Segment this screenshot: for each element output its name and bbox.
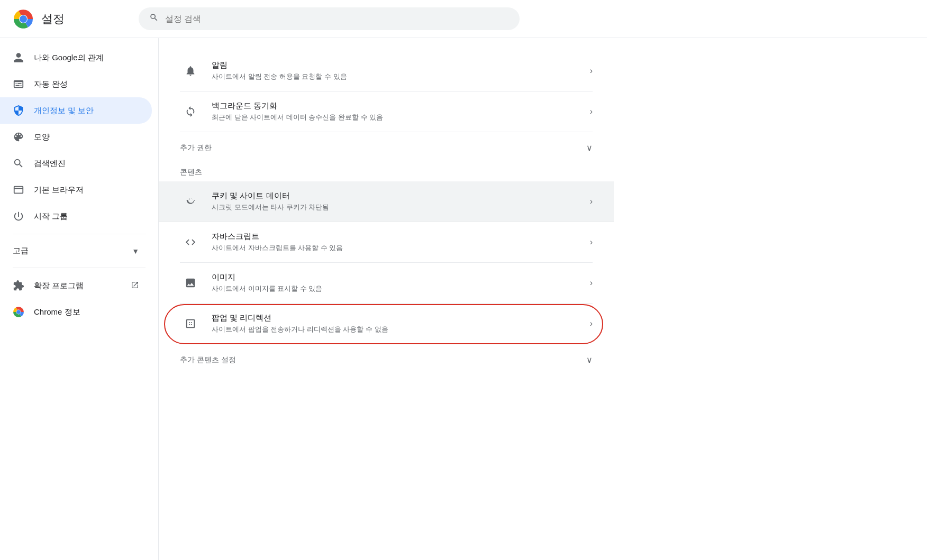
chrome-logo-icon — [13, 8, 34, 30]
external-link-icon — [131, 281, 139, 291]
javascript-title: 자바스크립트 — [212, 232, 585, 242]
settings-item-popups[interactable]: 팝업 및 리디렉션 사이트에서 팝업을 전송하거나 리디렉션을 사용할 수 없음… — [180, 304, 593, 344]
cookies-text: 쿠키 및 사이트 데이터 시크릿 모드에서는 타사 쿠키가 차단됨 — [212, 191, 585, 212]
browser-icon — [13, 184, 24, 196]
notifications-arrow-icon: › — [590, 66, 593, 76]
sidebar-item-label-startup: 시작 그룹 — [34, 212, 68, 222]
notifications-subtitle: 사이트에서 알림 전송 허용을 요청할 수 있음 — [212, 72, 585, 81]
notifications-title: 알림 — [212, 60, 585, 70]
search-icon — [149, 13, 159, 25]
sidebar-item-label-google: 나와 Google의 관계 — [34, 53, 104, 63]
svg-point-6 — [16, 310, 21, 314]
popup-icon — [180, 313, 201, 334]
sidebar: 나와 Google의 관계 자동 완성 개인정보 및 보안 — [0, 38, 159, 560]
sidebar-item-autofill[interactable]: 자동 완성 — [0, 71, 152, 97]
search-input[interactable] — [165, 14, 509, 24]
cookies-arrow-icon: › — [590, 197, 593, 206]
palette-icon — [13, 131, 24, 143]
additional-content-header[interactable]: 추가 콘텐츠 설정 ∨ — [180, 344, 593, 369]
settings-item-cookies[interactable]: 쿠키 및 사이트 데이터 시크릿 모드에서는 타사 쿠키가 차단됨 › — [159, 181, 614, 222]
settings-item-images[interactable]: 이미지 사이트에서 이미지를 표시할 수 있음 › — [180, 263, 593, 304]
sidebar-item-label-search: 검색엔진 — [34, 159, 66, 169]
additional-content-chevron-icon: ∨ — [586, 355, 593, 365]
sidebar-item-google[interactable]: 나와 Google의 관계 — [0, 44, 152, 71]
additional-permissions-header[interactable]: 추가 권한 ∨ — [180, 132, 593, 157]
chevron-down-icon: ▼ — [132, 247, 139, 255]
code-icon — [180, 232, 201, 253]
additional-permissions-label: 추가 권한 — [180, 143, 212, 153]
popups-arrow-icon: › — [590, 319, 593, 328]
cookies-subtitle: 시크릿 모드에서는 타사 쿠키가 차단됨 — [212, 203, 585, 212]
chrome-info-icon — [13, 306, 24, 318]
content-area: 알림 사이트에서 알림 전송 허용을 요청할 수 있음 › 백그라운드 동기화 … — [159, 38, 927, 560]
power-icon — [13, 210, 24, 222]
sidebar-item-label-appearance: 모양 — [34, 132, 50, 142]
ext-external-icon-area — [131, 281, 139, 291]
sync-icon — [180, 101, 201, 122]
autofill-icon — [13, 78, 24, 90]
popup-item-wrapper: 팝업 및 리디렉션 사이트에서 팝업을 전송하거나 리디렉션을 사용할 수 없음… — [180, 304, 593, 344]
contents-label: 콘텐츠 — [180, 168, 202, 177]
svg-point-3 — [20, 15, 27, 23]
content-inner: 알림 사이트에서 알림 전송 허용을 요청할 수 있음 › 백그라운드 동기화 … — [159, 38, 614, 382]
images-arrow-icon: › — [590, 278, 593, 288]
settings-item-background-sync[interactable]: 백그라운드 동기화 최근에 닫은 사이트에서 데이터 송수신을 완료할 수 있음… — [180, 91, 593, 132]
images-subtitle: 사이트에서 이미지를 표시할 수 있음 — [212, 284, 585, 293]
javascript-arrow-icon: › — [590, 237, 593, 247]
images-text: 이미지 사이트에서 이미지를 표시할 수 있음 — [212, 272, 585, 293]
puzzle-icon — [13, 280, 24, 291]
logo-area: 설정 — [13, 8, 65, 30]
sidebar-item-label-chrome-info: Chrome 정보 — [34, 307, 80, 317]
sidebar-item-appearance[interactable]: 모양 — [0, 124, 152, 150]
sidebar-item-extensions[interactable]: 확장 프로그램 — [0, 272, 152, 299]
images-title: 이미지 — [212, 272, 585, 282]
advanced-left: 고급 — [13, 246, 29, 256]
sidebar-item-privacy[interactable]: 개인정보 및 보안 — [0, 97, 152, 124]
settings-item-javascript[interactable]: 자바스크립트 사이트에서 자바스크립트를 사용할 수 있음 › — [180, 222, 593, 263]
additional-content-label: 추가 콘텐츠 설정 — [180, 355, 236, 365]
settings-item-notifications[interactable]: 알림 사이트에서 알림 전송 허용을 요청할 수 있음 › — [180, 51, 593, 91]
sidebar-divider — [13, 234, 146, 234]
search-magnifier-icon — [13, 158, 24, 169]
shield-icon — [13, 105, 24, 116]
person-icon — [13, 52, 24, 63]
javascript-text: 자바스크립트 사이트에서 자바스크립트를 사용할 수 있음 — [212, 232, 585, 253]
cookies-title: 쿠키 및 사이트 데이터 — [212, 191, 585, 201]
popups-subtitle: 사이트에서 팝업을 전송하거나 리디렉션을 사용할 수 없음 — [212, 325, 585, 334]
sidebar-item-label-autofill: 자동 완성 — [34, 79, 68, 89]
notifications-text: 알림 사이트에서 알림 전송 허용을 요청할 수 있음 — [212, 60, 585, 81]
background-sync-title: 백그라운드 동기화 — [212, 101, 585, 111]
sidebar-item-label-default-browser: 기본 브라우저 — [34, 185, 84, 195]
sidebar-item-label-privacy: 개인정보 및 보안 — [34, 106, 94, 116]
permissions-chevron-icon: ∨ — [586, 143, 593, 153]
sidebar-item-search[interactable]: 검색엔진 — [0, 150, 152, 177]
image-icon — [180, 272, 201, 293]
sidebar-item-label-advanced: 고급 — [13, 246, 29, 256]
ext-left: 확장 프로그램 — [13, 280, 84, 291]
sidebar-divider-2 — [13, 268, 146, 268]
background-sync-subtitle: 최근에 닫은 사이트에서 데이터 송수신을 완료할 수 있음 — [212, 113, 585, 122]
popups-text: 팝업 및 리디렉션 사이트에서 팝업을 전송하거나 리디렉션을 사용할 수 없음 — [212, 313, 585, 334]
bell-icon — [180, 60, 201, 81]
background-sync-text: 백그라운드 동기화 최근에 닫은 사이트에서 데이터 송수신을 완료할 수 있음 — [212, 101, 585, 122]
background-sync-arrow-icon: › — [590, 107, 593, 116]
sidebar-item-label-extensions: 확장 프로그램 — [34, 281, 84, 291]
sidebar-item-startup[interactable]: 시작 그룹 — [0, 203, 152, 229]
search-bar[interactable] — [139, 7, 520, 30]
contents-section-header: 콘텐츠 — [180, 157, 593, 181]
main-layout: 나와 Google의 관계 자동 완성 개인정보 및 보안 — [0, 38, 927, 560]
sidebar-item-chrome-info[interactable]: Chrome 정보 — [0, 299, 152, 325]
sidebar-item-advanced[interactable]: 고급 ▼ — [0, 238, 152, 263]
sidebar-item-default-browser[interactable]: 기본 브라우저 — [0, 177, 152, 203]
javascript-subtitle: 사이트에서 자바스크립트를 사용할 수 있음 — [212, 243, 585, 253]
header: 설정 — [0, 0, 927, 38]
popups-title: 팝업 및 리디렉션 — [212, 313, 585, 323]
page-title: 설정 — [41, 11, 65, 27]
cookie-icon — [180, 191, 201, 212]
